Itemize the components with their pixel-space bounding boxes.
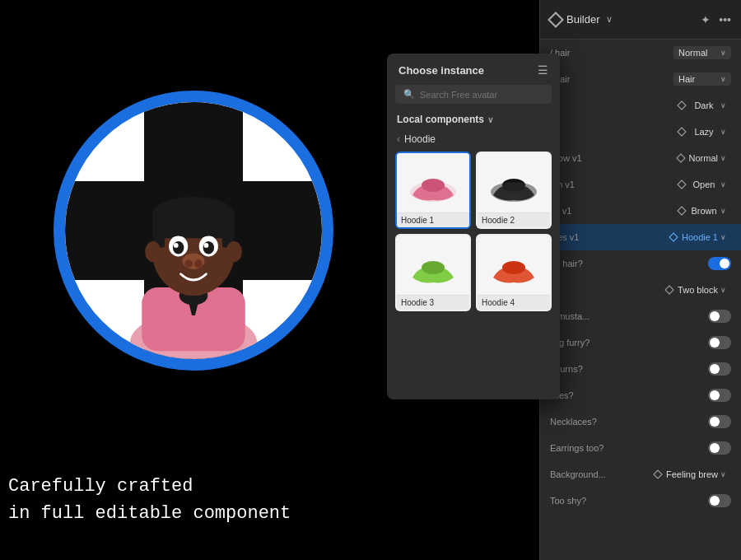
row-label-10: d musta... xyxy=(550,311,708,321)
row-dropdown-1[interactable]: Hair ∨ xyxy=(673,72,731,86)
row-value-16: Feeling brew xyxy=(666,469,718,479)
row-label-8: ed hair? xyxy=(550,259,708,268)
toggle-aburns[interactable] xyxy=(708,362,731,376)
svg-point-15 xyxy=(203,241,215,254)
svg-point-17 xyxy=(204,243,209,248)
row-label-7: thes v1 xyxy=(550,232,665,242)
row-value-9: Two block xyxy=(678,285,718,295)
toggle-earrings[interactable] xyxy=(708,441,731,455)
bottom-text-line2: in full editable component xyxy=(8,500,291,527)
choose-search-bar[interactable]: 🔍 xyxy=(395,85,552,104)
row-label-16: Background... xyxy=(550,469,650,479)
builder-move-icon[interactable]: ✦ xyxy=(701,13,711,26)
row-chevron-4: ∨ xyxy=(720,154,726,162)
item-label-hoodie4: Hoodie 4 xyxy=(478,295,550,310)
row-value-0: Normal xyxy=(678,48,707,58)
row-chevron-5: ∨ xyxy=(720,180,726,189)
builder-title-chevron: ∨ xyxy=(606,14,613,25)
toggle-ed-hair[interactable] xyxy=(708,257,731,270)
item-thumb-hoodie1 xyxy=(397,153,469,212)
choose-header: Choose instance ☰ xyxy=(387,54,560,85)
svg-point-14 xyxy=(173,241,184,254)
svg-point-11 xyxy=(226,241,242,262)
builder-row-7: thes v1 Hoodie 1 ∨ xyxy=(540,224,741,250)
avatar-section xyxy=(0,0,387,461)
toggle-furry[interactable] xyxy=(708,336,731,349)
row-dropdown-5[interactable]: Open ∨ xyxy=(673,178,731,191)
builder-more-icon[interactable]: ••• xyxy=(719,13,731,26)
avatar-inner xyxy=(65,102,322,359)
svg-point-25 xyxy=(422,261,445,274)
breadcrumb-back-icon[interactable]: ‹ xyxy=(397,133,400,145)
row-chevron-2: ∨ xyxy=(720,101,726,110)
hoodie3-preview xyxy=(404,243,462,288)
item-thumb-hoodie4 xyxy=(478,236,550,295)
item-card-hoodie2[interactable]: Hoodie 2 xyxy=(476,152,552,229)
builder-row-2: v1 Dark ∨ xyxy=(540,92,741,119)
items-grid: Hoodie 1 Hoodie 2 Hoodie 3 xyxy=(387,152,560,311)
builder-row-15: Earrings too? xyxy=(540,435,741,461)
row-value-6: Brown xyxy=(691,206,716,216)
builder-row-12: aburns? xyxy=(540,356,741,382)
row-value-7: Hoodie 1 xyxy=(682,232,718,242)
row-label-15: Earrings too? xyxy=(550,443,708,453)
diamond-icon-16 xyxy=(653,469,662,478)
item-card-hoodie1[interactable]: Hoodie 1 xyxy=(395,152,471,229)
builder-row-6: se v1 Brown ∨ xyxy=(540,198,741,224)
row-label-9: v1 xyxy=(550,285,661,295)
builder-row-11: ling furry? xyxy=(540,329,741,356)
row-dropdown-4[interactable]: Normal ∨ xyxy=(673,152,731,165)
svg-point-26 xyxy=(502,261,525,274)
toggle-musta[interactable] xyxy=(708,310,731,323)
row-chevron-16: ∨ xyxy=(720,470,726,478)
choose-list-icon[interactable]: ☰ xyxy=(538,63,548,77)
row-label-6: se v1 xyxy=(550,206,673,216)
item-label-hoodie2: Hoodie 2 xyxy=(478,212,550,227)
diamond-icon-6 xyxy=(677,206,686,215)
builder-row-14: Necklaces? xyxy=(540,408,741,435)
builder-row-8: ed hair? xyxy=(540,250,741,277)
local-components-label[interactable]: Local components ∨ xyxy=(397,114,550,125)
row-dropdown-3[interactable]: Lazy ∨ xyxy=(673,125,731,138)
bottom-text: Carefully crafted in full editable compo… xyxy=(8,473,291,527)
item-card-hoodie4[interactable]: Hoodie 4 xyxy=(476,234,552,311)
svg-point-10 xyxy=(145,241,161,262)
row-dropdown-2[interactable]: Dark ∨ xyxy=(673,99,731,112)
row-chevron-7: ∨ xyxy=(720,233,726,241)
svg-point-24 xyxy=(491,182,537,202)
builder-title-group: Builder ∨ xyxy=(550,13,613,26)
row-label-11: ling furry? xyxy=(550,338,708,348)
search-input[interactable] xyxy=(420,90,543,100)
toggle-too-shy[interactable] xyxy=(708,494,731,507)
item-thumb-hoodie3 xyxy=(397,236,469,295)
diamond-icon-7 xyxy=(669,232,678,241)
diamond-icon-9 xyxy=(664,285,673,294)
diamond-icon-5 xyxy=(677,180,686,189)
row-dropdown-16[interactable]: Feeling brew ∨ xyxy=(650,468,731,481)
item-label-hoodie1: Hoodie 1 xyxy=(397,212,469,227)
builder-row-13: sses? xyxy=(540,382,741,408)
builder-row-9: v1 Two block ∨ xyxy=(540,277,741,303)
row-value-4: Normal xyxy=(689,153,718,163)
row-dropdown-7[interactable]: Hoodie 1 ∨ xyxy=(665,231,731,244)
item-card-hoodie3[interactable]: Hoodie 3 xyxy=(395,234,471,311)
toggle-sses[interactable] xyxy=(708,389,731,402)
row-value-5: Open xyxy=(693,180,715,189)
builder-panel: Builder ∨ ✦ ••• / hair Normal ∨ / hair H… xyxy=(539,0,741,560)
row-label-1: / hair xyxy=(550,74,673,84)
choose-breadcrumb: ‹ Hoodie xyxy=(387,130,560,152)
svg-point-19 xyxy=(184,259,193,268)
choose-local-section: Local components ∨ xyxy=(387,110,560,130)
toggle-necklaces[interactable] xyxy=(708,415,731,428)
builder-diamond-icon xyxy=(548,12,564,28)
breadcrumb-label: Hoodie xyxy=(404,133,436,145)
search-icon: 🔍 xyxy=(403,89,415,100)
row-label-14: Necklaces? xyxy=(550,417,708,427)
svg-point-16 xyxy=(174,243,179,248)
character-svg xyxy=(103,128,284,359)
row-dropdown-0[interactable]: Normal ∨ xyxy=(673,46,731,59)
row-dropdown-6[interactable]: Brown ∨ xyxy=(673,204,731,217)
hoodie1-preview xyxy=(404,161,462,206)
row-dropdown-9[interactable]: Two block ∨ xyxy=(661,283,731,296)
builder-row-5: uth v1 Open ∨ xyxy=(540,171,741,198)
